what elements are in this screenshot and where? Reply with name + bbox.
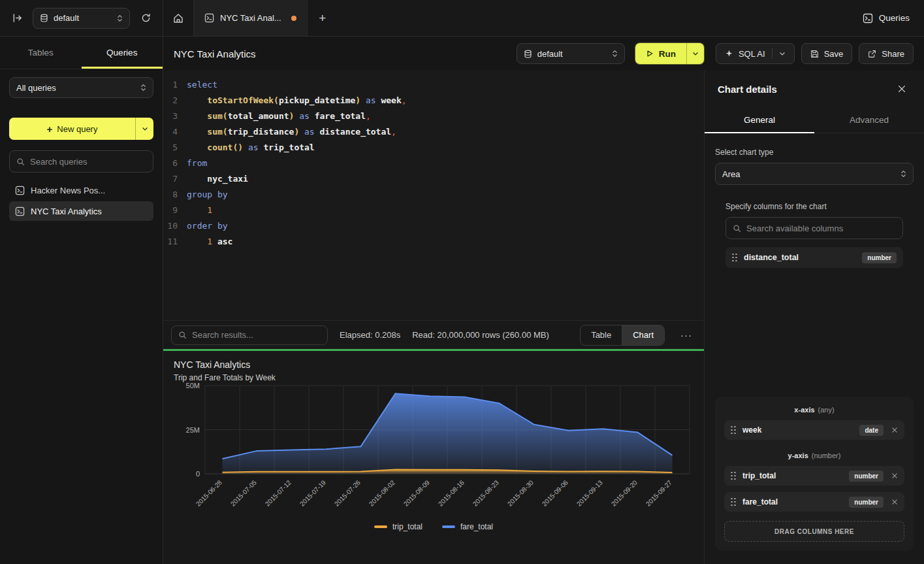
svg-text:2015-07-05: 2015-07-05 (229, 478, 258, 507)
main-column: 1select2 toStartOfWeek(pickup_datetime) … (163, 71, 704, 564)
remove-icon (891, 427, 898, 433)
sidebar-query-item[interactable]: Hacker News Pos... (9, 180, 153, 200)
home-tab-button[interactable] (163, 0, 193, 36)
code-token: as (366, 95, 376, 105)
editor-line: 9 1 (163, 203, 704, 218)
code-token: as (248, 142, 259, 152)
axis-column-name: fare_total (742, 497, 778, 506)
query-header: NYC Taxi Analytics default Run (163, 37, 924, 71)
tab-nyc-taxi-analytics[interactable]: NYC Taxi Anal... (193, 0, 308, 36)
tab-general[interactable]: General (705, 107, 814, 133)
code-token: as (304, 127, 315, 137)
remove-icon (891, 499, 898, 505)
share-button[interactable]: Share (859, 43, 914, 64)
chart-title: NYC Taxi Analytics (174, 359, 693, 370)
remove-axis-column-button[interactable] (891, 427, 898, 433)
code-token (187, 237, 207, 246)
columns-search-input[interactable] (746, 224, 896, 233)
sql-console-app: default NYC Taxi Anal... + Queries (0, 0, 924, 564)
sidebar-content: All queries + New query (0, 69, 163, 229)
legend-item[interactable]: trip_total (374, 522, 422, 531)
close-panel-button[interactable] (893, 80, 911, 98)
updown-chevrons-icon (117, 14, 123, 23)
new-tab-button[interactable]: + (308, 0, 338, 36)
workspace: NYC Taxi Analytics default Run (163, 37, 924, 564)
tab-advanced[interactable]: Advanced (814, 107, 924, 133)
line-number: 1 (163, 77, 187, 93)
chart-type-select[interactable]: Area (715, 163, 914, 185)
y-axis-item[interactable]: fare_totalnumber (724, 492, 904, 512)
chart-details-title: Chart details (718, 84, 777, 95)
axis-column-type-badge: date (859, 425, 884, 436)
svg-text:2015-07-26: 2015-07-26 (333, 478, 362, 507)
code-token: ) (355, 95, 360, 105)
query-file-icon (15, 207, 25, 216)
remove-icon (891, 473, 898, 479)
query-filter-select[interactable]: All queries (9, 77, 153, 98)
y-axis-item[interactable]: trip_totalnumber (724, 466, 904, 486)
close-icon (897, 84, 906, 93)
area-chart-plot[interactable]: 025M50M2015-06-282015-07-052015-07-12201… (174, 382, 693, 521)
chart-details-content: Select chart type Area Specify columns f… (705, 133, 924, 564)
code-token: select (187, 80, 217, 90)
search-icon (178, 331, 187, 339)
sql-editor[interactable]: 1select2 toStartOfWeek(pickup_datetime) … (163, 71, 704, 320)
legend-item[interactable]: fare_total (442, 522, 493, 531)
save-button[interactable]: Save (801, 43, 853, 64)
sidebar-tab-queries[interactable]: Queries (82, 37, 163, 69)
query-search-input[interactable] (30, 157, 146, 167)
sql-ai-button[interactable]: SQL AI (716, 43, 795, 64)
svg-text:2015-09-13: 2015-09-13 (575, 478, 604, 507)
queries-button[interactable]: Queries (863, 13, 910, 24)
table-view-button[interactable]: Table (581, 325, 622, 345)
updown-chevrons-icon (612, 49, 618, 58)
chart-view-button[interactable]: Chart (622, 325, 664, 345)
new-query-button[interactable]: + New query (9, 118, 135, 140)
code-token: toStartOfWeek( (207, 95, 279, 105)
results-search-input[interactable] (192, 330, 321, 340)
run-database-selector[interactable]: default (517, 43, 625, 64)
code-token: from (187, 158, 207, 168)
x-axis-item[interactable]: weekdate (724, 420, 904, 440)
code-text: select (187, 77, 217, 93)
sql-ai-label: SQL AI (739, 49, 765, 59)
code-token: , (366, 111, 371, 121)
updown-chevrons-icon (900, 169, 906, 178)
top-bar-left: default (0, 0, 163, 36)
new-query-label: New query (57, 124, 97, 134)
remove-axis-column-button[interactable] (891, 499, 898, 505)
run-options-button[interactable] (687, 43, 704, 64)
available-column-item[interactable]: distance_totalnumber (725, 247, 903, 268)
refresh-button[interactable] (136, 9, 155, 27)
collapse-sidebar-button[interactable] (8, 9, 26, 27)
sidebar-tab-tables[interactable]: Tables (0, 37, 82, 69)
remove-axis-column-button[interactable] (891, 473, 898, 479)
line-number: 7 (163, 171, 187, 187)
code-token: , (391, 127, 396, 137)
more-options-button[interactable]: ··· (677, 329, 696, 340)
line-number: 10 (163, 218, 187, 234)
results-search-box (171, 325, 328, 345)
refresh-icon (141, 13, 151, 23)
sidebar-query-item[interactable]: NYC Taxi Analytics (9, 201, 153, 221)
editor-line: 6from (163, 156, 704, 171)
x-axis-label: x-axis (794, 406, 814, 414)
query-filter-value: All queries (16, 83, 135, 93)
drag-columns-drop-zone[interactable]: DRAG COLUMNS HERE (724, 521, 904, 542)
axis-column-type-badge: number (849, 471, 884, 482)
editor-line: 3 sum(total_amount) as fare_total, (163, 108, 704, 124)
database-selector[interactable]: default (33, 8, 130, 29)
run-button[interactable]: Run (635, 43, 686, 64)
y-axis-label: y-axis (788, 452, 808, 459)
code-token: week (381, 95, 401, 105)
svg-text:0: 0 (196, 470, 200, 478)
code-token: pickup_datetime (279, 95, 355, 105)
code-token (187, 95, 207, 105)
x-axis-heading: x-axis(any) (724, 406, 904, 414)
body: Tables Queries All queries + New query (0, 37, 924, 564)
sparkle-icon (725, 50, 733, 58)
code-text: 1 (187, 203, 212, 218)
svg-text:2015-08-16: 2015-08-16 (437, 478, 466, 507)
new-query-dropdown-button[interactable] (136, 118, 153, 140)
save-icon (810, 50, 819, 58)
